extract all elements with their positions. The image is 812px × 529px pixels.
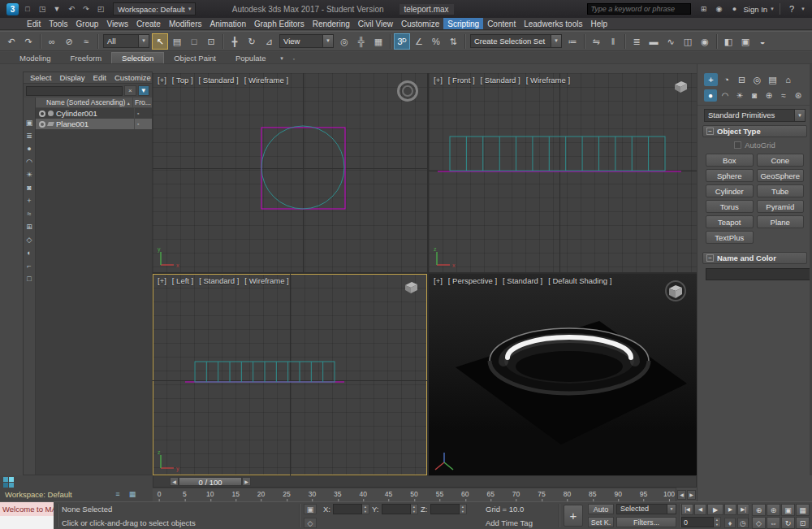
zoom-extents-icon[interactable]: ▣ — [781, 504, 795, 516]
timeline-tick[interactable]: 30 — [309, 490, 316, 498]
maxscript-listener-line[interactable] — [0, 516, 54, 529]
select-and-rotate-icon[interactable]: ↻ — [244, 33, 260, 50]
play-button[interactable]: ▶ — [707, 504, 723, 515]
viewport-shading-label[interactable]: [ Wireframe ] — [244, 76, 288, 85]
named-selection-sets-dropdown[interactable]: Create Selection Set▼ — [470, 34, 562, 48]
user-icon[interactable]: ● — [728, 2, 741, 15]
explorer-search-input[interactable] — [26, 86, 123, 96]
select-and-move-icon[interactable]: ╋ — [227, 33, 243, 50]
display-shapes-icon[interactable]: ◠ — [24, 158, 34, 167]
undo-quick-icon[interactable]: ↶ — [65, 2, 78, 15]
column-header-name[interactable]: Name (Sorted Ascending) ▴ — [36, 98, 132, 106]
open-file-icon[interactable]: ◳ — [36, 2, 49, 15]
clear-search-button[interactable]: × — [124, 85, 136, 96]
ribbon-tab-object-paint[interactable]: Object Paint — [164, 53, 226, 63]
communication-center-icon[interactable]: ◉ — [713, 2, 726, 15]
mirror-icon[interactable]: ⇋ — [588, 33, 604, 50]
current-frame-input[interactable] — [681, 517, 714, 527]
display-lights-icon[interactable]: ☀ — [24, 171, 34, 180]
spinner-icon[interactable]: ▴▾ — [714, 517, 721, 527]
pan-icon[interactable]: ⇔ — [767, 517, 780, 529]
bind-to-space-warp-icon[interactable]: ≈ — [78, 33, 94, 50]
viewcube[interactable] — [402, 280, 420, 295]
schematic-view-icon[interactable]: ◫ — [680, 33, 696, 50]
timeline-tick[interactable]: 5 — [183, 490, 187, 498]
selection-filter-dropdown[interactable]: All▼ — [103, 34, 149, 48]
menu-scripting[interactable]: Scripting — [443, 18, 483, 29]
auto-key-button[interactable]: Auto — [588, 504, 614, 514]
timeline-tick[interactable]: 100 — [663, 490, 675, 498]
timeline-tick[interactable]: 40 — [359, 490, 366, 498]
autogrid-checkbox[interactable] — [734, 141, 741, 149]
maxscript-mini-listener[interactable]: Welcome to MA — [0, 502, 54, 516]
viewport-top[interactable]: [+] [ Top ] [ Standard ] [ Wireframe ] x… — [153, 73, 427, 272]
unlink-selection-icon[interactable]: ⊘ — [61, 33, 77, 50]
button-cylinder[interactable]: Cylinder — [706, 184, 754, 197]
ribbon-tab-modeling[interactable]: Modeling — [10, 53, 61, 63]
primitives-category-dropdown[interactable]: Standard Primitives ▼ — [704, 109, 806, 122]
spinner-icon[interactable]: ▴▾ — [362, 504, 369, 514]
display-cameras-icon[interactable]: ◙ — [24, 184, 34, 193]
tab-create[interactable]: + — [704, 73, 718, 86]
explorer-menu-display[interactable]: Display — [55, 72, 89, 83]
key-filters-button[interactable]: Filters... — [616, 517, 676, 527]
tab-motion[interactable]: ◎ — [750, 73, 764, 86]
viewport-shading-label[interactable]: [ Wireframe ] — [244, 276, 288, 285]
viewport-pov-label[interactable]: [ Front ] — [448, 76, 475, 85]
viewport-front[interactable]: [+] [ Front ] [ Standard ] [ Wireframe ]… — [429, 73, 697, 272]
maximize-viewport-icon[interactable]: ⊡ — [796, 517, 810, 529]
category-geometry[interactable]: ● — [704, 89, 717, 102]
rendered-frame-icon[interactable]: ▣ — [737, 33, 754, 50]
keyboard-override-icon[interactable]: ▦ — [370, 33, 387, 50]
ribbon-tab-selection[interactable]: Selection — [111, 52, 164, 63]
save-file-icon[interactable]: ▼ — [50, 2, 63, 15]
viewcube[interactable] — [672, 80, 689, 94]
timeline-tick[interactable]: 95 — [640, 490, 647, 498]
next-frame-button[interactable]: ▶ — [724, 504, 736, 515]
category-lights[interactable]: ☀ — [733, 89, 746, 102]
absolute-offset-mode-icon[interactable]: ◇ — [304, 518, 317, 528]
sign-in-button[interactable]: Sign In — [744, 5, 768, 14]
timeline-tick[interactable]: 15 — [231, 490, 239, 498]
workspace-label[interactable]: Workspace: Default — [5, 490, 72, 499]
tab-hierarchy[interactable]: ⊟ — [735, 73, 749, 86]
menu-tools[interactable]: Tools — [45, 18, 71, 29]
menu-help[interactable]: Help — [586, 18, 611, 29]
redo-icon[interactable]: ↷ — [20, 33, 37, 50]
spinner-icon[interactable]: ▴▾ — [411, 504, 418, 514]
explorer-layout-icon[interactable]: ▦ — [127, 489, 138, 500]
use-pivot-center-icon[interactable]: ◎ — [336, 33, 352, 50]
spinner-snap-icon[interactable]: ⇅ — [445, 33, 461, 50]
workspaces-grid-icon[interactable]: ⊞ — [698, 2, 710, 15]
viewport-general-menu[interactable]: [+] — [158, 76, 166, 85]
search-input[interactable] — [587, 3, 691, 15]
snaps-toggle-icon[interactable]: 3ᴰ — [394, 33, 410, 50]
explorer-menu-customize[interactable]: Customize — [110, 72, 155, 83]
button-teapot[interactable]: Teapot — [706, 215, 754, 228]
timeline-tick[interactable]: 90 — [614, 490, 621, 498]
menu-create[interactable]: Create — [132, 18, 165, 29]
display-bones-icon[interactable]: ⌐ — [24, 262, 34, 271]
reference-coordinate-dropdown[interactable]: View▼ — [279, 34, 334, 48]
material-editor-icon[interactable]: ◉ — [697, 33, 713, 50]
button-cone[interactable]: Cone — [757, 154, 805, 167]
explorer-menu-edit[interactable]: Edit — [89, 72, 110, 83]
undo-icon[interactable]: ↶ — [3, 33, 19, 50]
render-setup-icon[interactable]: ◧ — [720, 33, 736, 50]
menu-edit[interactable]: Edit — [23, 18, 45, 29]
3ds-max-logo-icon[interactable]: 3 — [6, 3, 19, 15]
layer-explorer-icon[interactable]: ≣ — [628, 33, 645, 50]
add-time-tag[interactable]: Add Time Tag — [486, 518, 533, 527]
workspace-dropdown[interactable]: Workspace: Default ▼ — [113, 2, 196, 15]
button-box[interactable]: Box — [706, 154, 754, 167]
visibility-icon[interactable] — [39, 111, 45, 117]
category-space-warps[interactable]: ≈ — [777, 89, 790, 102]
viewport-shading-label[interactable]: [ Default Shading ] — [548, 276, 611, 285]
viewport-perspective[interactable]: [+] [ Perspective ] [ Standard ] [ Defau… — [429, 274, 697, 475]
lock-cell-editing-icon[interactable]: ▣ — [24, 119, 34, 128]
viewport-general-menu[interactable]: [+] — [434, 76, 443, 85]
column-header-frozen[interactable]: Fro... — [132, 98, 152, 107]
time-configuration-icon[interactable]: ◷ — [737, 518, 749, 528]
display-space-warps-icon[interactable]: ≈ — [24, 210, 34, 219]
ribbon-config-icon[interactable]: ◦ — [287, 56, 300, 63]
